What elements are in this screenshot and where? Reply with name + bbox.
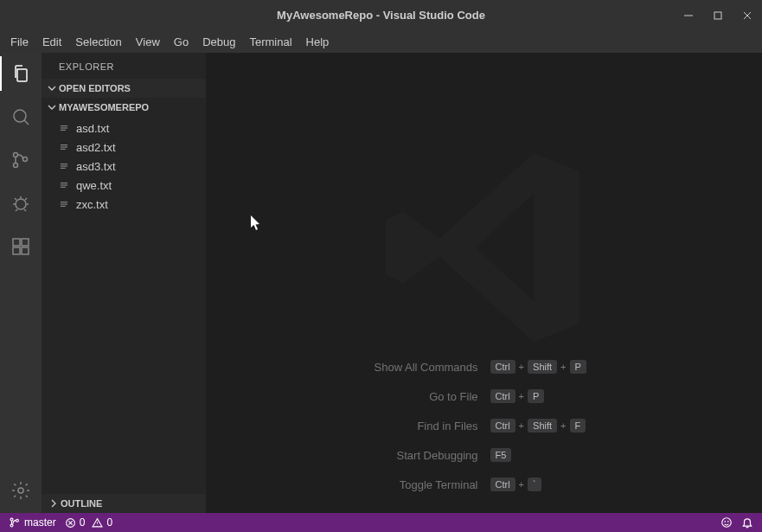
file-name: qwe.txt: [76, 179, 112, 192]
key: Ctrl: [490, 360, 515, 374]
vscode-logo-watermark: [372, 135, 597, 362]
menu-edit[interactable]: Edit: [35, 30, 68, 53]
svg-rect-6: [13, 239, 20, 246]
status-notifications[interactable]: [741, 516, 753, 529]
shortcut-row: Go to FileCtrl+P: [206, 389, 762, 403]
key: P: [528, 389, 544, 403]
shortcut-keys: Ctrl+P: [490, 389, 750, 403]
menu-file[interactable]: File: [3, 30, 35, 53]
chevron-down-icon: [45, 103, 59, 112]
file-list: asd.txtasd2.txtasd3.txtqwe.txtzxc.txt: [42, 117, 206, 215]
extensions-icon[interactable]: [0, 233, 42, 260]
plus-icon: +: [560, 420, 566, 431]
section-outline[interactable]: OUTLINE: [42, 494, 206, 513]
plus-icon: +: [519, 420, 524, 431]
section-open-editors-label: OPEN EDITORS: [59, 83, 131, 93]
cursor-pointer-icon: [251, 215, 261, 231]
status-branch-label: master: [24, 516, 56, 529]
file-row[interactable]: asd3.txt: [42, 157, 206, 176]
status-feedback[interactable]: [720, 516, 733, 529]
plus-icon: +: [519, 391, 524, 401]
search-icon[interactable]: [0, 103, 42, 131]
titlebar: MyAwesomeRepo - Visual Studio Code: [0, 0, 762, 30]
shortcut-label: Show All Commands: [219, 361, 478, 374]
sidebar-title: EXPLORER: [42, 53, 206, 79]
shortcut-row: Show All CommandsCtrl+Shift+P: [206, 360, 762, 374]
text-file-icon: [57, 159, 71, 173]
svg-point-2: [14, 153, 18, 157]
shortcut-label: Go to File: [219, 390, 478, 403]
shortcut-keys: F5: [490, 448, 750, 462]
plus-icon: +: [519, 362, 524, 372]
menu-help[interactable]: Help: [299, 30, 336, 53]
main: EXPLORER OPEN EDITORS MYAWESOMEREPO asd.…: [0, 53, 762, 513]
svg-point-1: [14, 110, 26, 122]
status-warnings-count: 0: [106, 516, 112, 529]
source-control-icon[interactable]: [0, 146, 42, 174]
svg-point-12: [10, 524, 13, 527]
svg-point-3: [14, 163, 18, 168]
svg-point-15: [722, 518, 732, 528]
text-file-icon: [57, 140, 71, 154]
status-branch[interactable]: master: [9, 516, 56, 529]
text-file-icon: [57, 121, 71, 135]
menu-debug[interactable]: Debug: [195, 30, 242, 53]
svg-point-11: [10, 518, 13, 521]
section-folder-label: MYAWESOMEREPO: [59, 102, 149, 112]
file-name: asd.txt: [76, 122, 109, 135]
file-row[interactable]: qwe.txt: [42, 176, 206, 195]
svg-rect-0: [714, 12, 721, 19]
shortcut-keys: Ctrl+Shift+P: [490, 360, 750, 374]
gear-icon[interactable]: [0, 477, 42, 504]
status-problems[interactable]: 0 0: [65, 516, 112, 529]
close-icon[interactable]: [733, 0, 762, 30]
error-icon: [65, 517, 76, 529]
file-name: asd2.txt: [76, 141, 116, 154]
key: F5: [490, 448, 512, 462]
editor-area: Show All CommandsCtrl+Shift+PGo to FileC…: [206, 53, 762, 513]
key: P: [570, 360, 586, 374]
key: Shift: [528, 360, 557, 374]
file-row[interactable]: asd2.txt: [42, 138, 206, 157]
menubar: FileEditSelectionViewGoDebugTerminalHelp: [0, 30, 762, 53]
status-errors-count: 0: [80, 516, 86, 529]
file-row[interactable]: asd.txt: [42, 119, 206, 138]
window-controls: [674, 0, 762, 30]
chevron-right-icon: [47, 499, 61, 508]
maximize-icon[interactable]: [703, 0, 733, 30]
activitybar: [0, 53, 42, 513]
shortcut-keys: Ctrl+Shift+F: [490, 419, 750, 433]
menu-terminal[interactable]: Terminal: [242, 30, 298, 53]
warning-icon: [92, 517, 103, 529]
svg-point-17: [727, 522, 728, 522]
plus-icon: +: [560, 362, 566, 372]
statusbar: master 0 0: [0, 513, 762, 532]
sidebar: EXPLORER OPEN EDITORS MYAWESOMEREPO asd.…: [42, 53, 206, 513]
shortcut-label: Start Debugging: [219, 449, 478, 462]
section-folder[interactable]: MYAWESOMEREPO: [42, 98, 206, 117]
shortcut-keys: Ctrl+`: [490, 478, 750, 491]
text-file-icon: [57, 178, 71, 192]
shortcut-row: Start DebuggingF5: [206, 448, 762, 462]
shortcut-label: Toggle Terminal: [219, 478, 478, 491]
menu-go[interactable]: Go: [167, 30, 195, 53]
debug-icon[interactable]: [0, 189, 42, 217]
file-row[interactable]: zxc.txt: [42, 195, 206, 214]
window-title: MyAwesomeRepo - Visual Studio Code: [277, 9, 485, 22]
menu-view[interactable]: View: [129, 30, 167, 53]
bell-icon: [741, 516, 753, 529]
key: F: [570, 419, 586, 433]
plus-icon: +: [519, 479, 524, 490]
svg-rect-9: [22, 239, 29, 246]
svg-rect-8: [22, 247, 29, 254]
section-open-editors[interactable]: OPEN EDITORS: [42, 79, 206, 98]
welcome-shortcuts: Show All CommandsCtrl+Shift+PGo to FileC…: [206, 360, 762, 491]
key: Ctrl: [490, 419, 515, 433]
section-outline-label: OUTLINE: [61, 498, 102, 509]
minimize-icon[interactable]: [674, 0, 703, 30]
explorer-icon[interactable]: [0, 60, 42, 87]
svg-point-13: [16, 519, 18, 522]
chevron-down-icon: [45, 84, 59, 93]
shortcut-label: Find in Files: [219, 420, 478, 433]
menu-selection[interactable]: Selection: [68, 30, 128, 53]
